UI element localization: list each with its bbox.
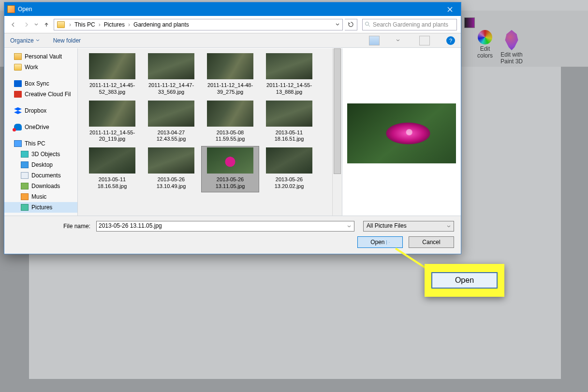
cancel-button[interactable]: Cancel [409,236,454,248]
tree-item-work[interactable]: Work [4,62,77,73]
chevron-down-icon [347,225,351,228]
filename-input[interactable]: 2013-05-26 13.11.05.jpg [96,221,354,232]
tree-item-down[interactable]: Downloads [4,181,77,191]
chevron-down-icon[interactable] [396,39,400,42]
file-grid[interactable]: 2011-11-12_14-45- 52_383.jpg2011-11-12_1… [78,48,332,216]
forward-button[interactable] [21,19,31,30]
open-button[interactable]: Open [357,236,403,248]
callout-highlight: Open [425,264,504,297]
preview-pane-button[interactable] [419,36,430,45]
file-name: 2011-11-12_14-47- 33_569.jpg [145,82,198,96]
music-icon [21,193,29,200]
history-dropdown[interactable] [33,19,39,30]
chevron-right-icon: › [97,21,102,28]
tree-item-od[interactable]: OneDrive [4,122,77,132]
help-button[interactable]: ? [446,36,455,45]
tree-item-box[interactable]: Box Sync [4,78,77,89]
scrollbar-thumb[interactable] [334,48,341,174]
file-name: 2013-04-27 12.43.55.jpg [145,130,198,143]
file-item[interactable]: 2013-05-08 11.59.55.jpg [202,100,259,145]
chevron-down-icon [447,225,451,228]
crumb-this-pc[interactable]: This PC [73,21,97,28]
tree-item-pv[interactable]: Personal Vault [4,51,77,62]
chevron-down-icon [36,39,40,42]
tree-item-label: Personal Vault [25,53,62,60]
arrow-up-icon [44,22,49,28]
split-chevron-icon [386,240,390,245]
tree-item-label: Creative Cloud Fil [25,91,71,98]
file-name: 2013-05-26 13.10.49.jpg [145,176,198,190]
desk-icon [21,161,29,168]
file-name: 2011-11-12_14-45- 52_383.jpg [86,82,139,96]
search-input[interactable]: Search Gardening and plants [362,19,457,30]
close-button[interactable] [439,2,461,16]
filename-label: File name: [11,223,93,230]
preview-image [347,103,456,163]
folder-tree[interactable]: Personal VaultWorkBox SyncCreative Cloud… [4,48,78,216]
file-name: 2011-11-12_14-55- 20_119.jpg [86,130,139,143]
pc-icon [14,140,22,147]
cc-icon [14,91,22,98]
arrow-right-icon [23,22,29,28]
refresh-icon [348,21,354,28]
file-thumbnail [207,147,253,174]
search-icon [365,21,371,28]
tree-item-desk[interactable]: Desktop [4,160,77,170]
file-item[interactable]: 2013-04-27 12.43.55.jpg [143,100,200,145]
tree-item-dbx[interactable]: Dropbox [4,105,77,116]
nav-row: › This PC › Pictures › Gardening and pla… [4,16,461,33]
filetype-dropdown[interactable] [445,221,453,231]
scrollbar-track[interactable] [332,48,342,216]
chevron-down-icon[interactable] [336,23,339,26]
open-dialog: Open › This PC › Pictures › Gardening an… [4,2,461,254]
tree-item-label: This PC [25,140,45,147]
filename-dropdown[interactable] [345,221,353,231]
view-mode-button[interactable] [369,36,380,45]
tree-item-label: Pictures [31,204,52,211]
file-item[interactable]: 2011-11-12_14-55- 13_888.jpg [261,52,318,98]
filetype-select[interactable]: All Picture Files [363,221,454,232]
box-icon [14,80,22,87]
dialog-titlebar: Open [4,2,461,16]
tree-item-cc[interactable]: Creative Cloud Fil [4,89,77,100]
down-icon [21,183,29,189]
file-name: 2011-11-12_14-55- 13_888.jpg [263,82,316,96]
dialog-footer: File name: 2013-05-26 13.11.05.jpg All P… [4,216,461,254]
file-item[interactable]: 2013-05-11 18.16.51.jpg [261,100,318,145]
refresh-button[interactable] [345,19,357,30]
file-name: 2013-05-11 18.16.58.jpg [86,176,139,190]
docs-icon [21,172,29,179]
new-folder-button[interactable]: New folder [53,37,81,44]
file-item[interactable]: 2013-05-26 13.11.05.jpg [202,146,259,192]
tree-item-pics[interactable]: Pictures [4,202,77,213]
file-item[interactable]: 2011-11-12_14-47- 33_569.jpg [143,52,200,98]
file-item[interactable]: 2013-05-11 18.16.58.jpg [84,146,141,192]
file-thumbnail [89,53,135,79]
tree-item-docs[interactable]: Documents [4,170,77,181]
crumb-folder[interactable]: Gardening and plants [132,21,191,28]
back-button[interactable] [8,19,19,30]
tree-item-label: Documents [31,172,61,179]
tree-item-o3d[interactable]: 3D Objects [4,149,77,160]
file-item[interactable]: 2011-11-12_14-45- 52_383.jpg [84,52,141,98]
file-thumbnail [207,53,253,79]
tree-item-label: 3D Objects [31,151,60,158]
file-item[interactable]: 2013-05-26 13.20.02.jpg [261,146,318,192]
file-item[interactable]: 2013-05-26 13.10.49.jpg [143,146,200,192]
file-thumbnail [266,147,312,174]
tree-item-label: OneDrive [25,124,49,131]
file-thumbnail [89,101,135,127]
file-thumbnail [148,147,194,174]
tree-item-label: Downloads [31,183,60,189]
file-name: 2013-05-26 13.20.02.jpg [263,176,316,190]
up-button[interactable] [41,19,52,30]
tree-item-pc[interactable]: This PC [4,138,77,149]
chevron-right-icon: › [68,21,73,28]
organize-menu[interactable]: Organize [10,37,40,44]
cloud-icon [14,124,22,131]
tree-item-mus[interactable]: Music [4,191,77,202]
file-item[interactable]: 2011-11-12_14-55- 20_119.jpg [84,100,141,145]
file-item[interactable]: 2011-11-12_14-48- 39_275.jpg [202,52,259,98]
crumb-pictures[interactable]: Pictures [102,21,127,28]
address-bar[interactable]: › This PC › Pictures › Gardening and pla… [54,19,343,30]
